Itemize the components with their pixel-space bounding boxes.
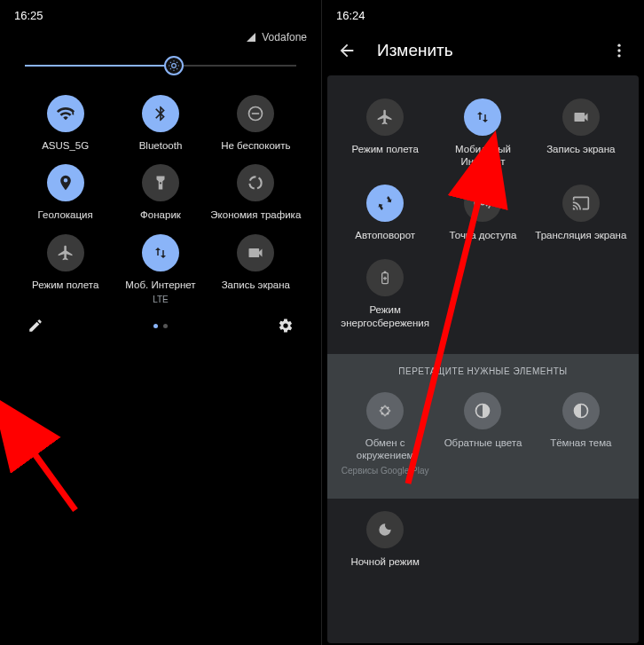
overflow-menu-button[interactable]: [607, 38, 632, 63]
carrier-label: Vodafone: [262, 31, 307, 43]
hotspot-icon[interactable]: [464, 185, 501, 222]
battery-icon[interactable]: [366, 259, 404, 296]
tile-label: Обратные цвета: [444, 437, 522, 449]
tile-dnd[interactable]: Не беспокоить: [208, 95, 303, 152]
tile-wifi[interactable]: ASUS_5G: [18, 95, 113, 152]
brightness-thumb-icon[interactable]: [164, 56, 184, 75]
status-bar-left: 16:25: [0, 0, 321, 26]
edit-tiles-body: Режим полетаМобильный ИнтернетЗапись экр…: [327, 75, 639, 643]
tile-nightmode[interactable]: Ночной режим: [336, 511, 434, 568]
datasaver-icon[interactable]: [237, 164, 274, 201]
autorotate-icon[interactable]: [366, 185, 404, 222]
status-time: 16:25: [14, 9, 43, 22]
tile-mobiledata[interactable]: Моб. ИнтернетLTE: [113, 234, 208, 304]
tile-label: Моб. Интернет: [125, 279, 195, 291]
tile-label: Запись экрана: [222, 279, 290, 291]
left-phone-panel: 16:25 Vodafone ASUS_5GBluetoothНе беспок…: [0, 0, 322, 645]
right-phone-panel: 16:24 Изменить Режим полетаМобильный Инт…: [322, 0, 644, 645]
tile-screenrecord[interactable]: Запись экрана: [532, 98, 630, 169]
tile-label: Фонарик: [140, 208, 181, 221]
svg-point-3: [250, 177, 262, 189]
tile-bluetooth[interactable]: Bluetooth: [113, 95, 208, 152]
status-time: 16:24: [336, 9, 365, 22]
tile-hotspot[interactable]: Точка доступа: [434, 185, 531, 241]
tile-battery[interactable]: Режим энергосбережения: [336, 259, 434, 329]
carrier-row: Vodafone: [0, 26, 321, 49]
back-button[interactable]: [334, 38, 359, 63]
screenrecord-icon[interactable]: [237, 234, 274, 271]
tile-label: Обмен с окружением: [336, 437, 434, 462]
tile-cast[interactable]: Трансляция экрана: [532, 185, 630, 241]
tile-label: Точка доступа: [450, 229, 517, 241]
svg-point-6: [617, 54, 620, 57]
flashlight-icon[interactable]: [142, 164, 179, 201]
drag-hint-label: ПЕРЕТАЩИТЕ НУЖНЫЕ ЭЛЕМЕНТЫ: [327, 366, 639, 376]
svg-point-0: [172, 64, 177, 68]
page-indicator: [153, 324, 168, 328]
drag-hint-section: ПЕРЕТАЩИТЕ НУЖНЫЕ ЭЛЕМЕНТЫ Обмен с окруж…: [327, 354, 639, 499]
tile-sublabel: Сервисы Google Play: [342, 466, 429, 476]
mobiledata-icon[interactable]: [464, 98, 501, 136]
nearby-icon[interactable]: [366, 392, 404, 429]
tile-darktheme[interactable]: Тёмная тема: [532, 392, 630, 476]
tile-label: Экономия трафика: [210, 208, 301, 221]
tile-label: ASUS_5G: [42, 139, 89, 152]
screenrecord-icon[interactable]: [562, 98, 600, 136]
edit-title: Изменить: [377, 41, 589, 60]
quick-settings-panel: ASUS_5GBluetoothНе беспокоитьГеолокацияФ…: [5, 79, 316, 347]
tile-label: Геолокация: [38, 208, 93, 221]
darktheme-icon[interactable]: [562, 392, 600, 429]
svg-point-4: [617, 44, 620, 47]
mobiledata-icon[interactable]: [142, 234, 179, 271]
signal-icon: [246, 32, 256, 43]
tile-label: Режим полета: [352, 143, 419, 155]
tile-datasaver[interactable]: Экономия трафика: [208, 164, 303, 221]
tile-label: Режим энергосбережения: [336, 303, 434, 329]
wifi-icon[interactable]: [47, 95, 84, 132]
wallpaper: [0, 476, 321, 645]
cast-icon[interactable]: [562, 185, 600, 222]
svg-point-7: [482, 201, 484, 204]
tile-autorotate[interactable]: Автоповорот: [336, 185, 434, 241]
tile-airplane[interactable]: Режим полета: [336, 98, 434, 169]
tile-label: Мобильный Интернет: [434, 143, 531, 169]
airplane-icon[interactable]: [47, 234, 84, 271]
tile-label: Bluetooth: [139, 139, 183, 152]
tile-airplane[interactable]: Режим полета: [18, 234, 113, 304]
tile-label: Трансляция экрана: [535, 229, 626, 241]
tile-mobiledata[interactable]: Мобильный Интернет: [434, 98, 531, 169]
edit-header: Изменить: [322, 26, 644, 75]
brightness-slider[interactable]: [0, 49, 321, 75]
bluetooth-icon[interactable]: [142, 95, 179, 132]
nightmode-icon[interactable]: [366, 511, 404, 548]
tile-screenrecord[interactable]: Запись экрана: [208, 234, 303, 304]
tile-invert[interactable]: Обратные цвета: [434, 392, 531, 476]
tile-nearby[interactable]: Обмен с окружениемСервисы Google Play: [336, 392, 434, 476]
dnd-icon[interactable]: [237, 95, 274, 132]
tile-label: Не беспокоить: [221, 139, 290, 152]
tile-label: Запись экрана: [546, 143, 615, 155]
tile-label: Автоповорот: [355, 229, 415, 241]
tile-label: Тёмная тема: [550, 437, 611, 449]
status-bar-right: 16:24: [322, 0, 644, 26]
location-icon[interactable]: [47, 164, 84, 201]
tile-flashlight[interactable]: Фонарик: [113, 164, 208, 221]
tile-label: Режим полета: [32, 279, 98, 291]
tile-sublabel: LTE: [153, 295, 169, 304]
tile-location[interactable]: Геолокация: [18, 164, 113, 221]
tile-label: Ночной режим: [350, 555, 420, 568]
settings-button[interactable]: [275, 315, 296, 336]
airplane-icon[interactable]: [366, 98, 404, 136]
invert-icon[interactable]: [464, 392, 501, 429]
edit-button[interactable]: [25, 315, 46, 336]
svg-point-5: [617, 49, 620, 51]
